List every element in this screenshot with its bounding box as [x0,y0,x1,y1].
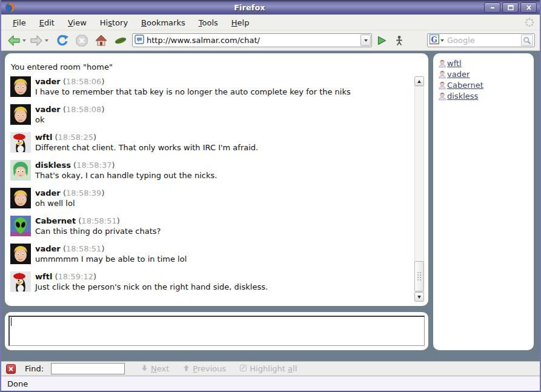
chat-input-panel [5,312,428,350]
user-list-item: Cabernet [438,81,529,90]
chat-message: vader (18:58:51) ummmmm I may be able to… [6,244,411,264]
buddy-icon [438,81,446,90]
status-text: Done [7,379,28,388]
chat-message-textarea[interactable] [8,316,425,346]
system-message: You entered room "home" [5,53,428,75]
user-list-item: wftl [438,59,529,68]
user-link-cabernet[interactable]: Cabernet [447,81,483,90]
find-close-button[interactable] [6,364,16,374]
avatar-vader [10,104,31,125]
find-next-button[interactable]: Next [141,364,169,374]
menu-view[interactable]: View [61,16,93,30]
go-button[interactable] [374,33,390,48]
avatar-wftl [10,132,31,153]
scrollbar-thumb[interactable] [414,261,424,291]
find-buttons: Next Previous Highlight all [125,364,297,374]
back-button[interactable] [6,33,22,48]
user-link-wftl[interactable]: wftl [447,59,462,68]
page-favicon-chat-bubble-icon [134,35,144,47]
scroll-up-button[interactable] [414,76,424,86]
menu-file[interactable]: File [6,16,33,30]
titlebar[interactable]: Firefox [1,0,540,15]
avatar-diskless [10,160,31,181]
chat-panel: You entered room "home" vader (18:58:06)… [5,53,428,306]
close-button[interactable] [520,2,537,13]
message-text: Can this thing do private chats? [35,227,161,236]
avatar-cabernet [10,216,31,236]
message-username: vader [35,188,61,198]
window-title: Firefox [15,3,484,12]
triangle-up-icon [417,80,421,83]
message-timestamp: 18:58:39 [66,188,101,198]
find-bar: Find: Next Previous Highlight all [1,361,540,376]
up-arrow-icon [182,364,190,374]
message-username: diskless [35,161,71,170]
find-input[interactable] [51,363,125,374]
chat-message: Cabernet (18:58:51) Can this thing do pr… [6,216,411,236]
url-history-dropdown[interactable] [360,35,371,46]
menu-items: FileEditViewHistoryBookmarksToolsHelp [6,16,256,28]
avatar-vader [10,244,31,264]
message-text: That's okay, I can handle typing out the… [35,171,217,180]
menu-bookmarks[interactable]: Bookmarks [134,16,192,30]
buddy-icon [438,91,446,101]
message-text: Different chat client. That only works w… [35,143,258,152]
search-magnifier-button[interactable] [521,35,533,46]
scrollbar-grip-icon [417,271,422,281]
menu-history[interactable]: History [93,16,134,30]
forward-button[interactable] [28,33,44,48]
find-highlight-all-button[interactable]: Highlight all [239,364,297,374]
message-timestamp: 18:58:06 [66,77,101,86]
reload-button[interactable] [55,33,70,48]
message-timestamp: 18:58:08 [66,105,101,114]
scroll-down-button[interactable] [414,292,424,302]
url-bar[interactable] [132,33,372,47]
url-input[interactable] [144,36,360,45]
menu-edit[interactable]: Edit [33,16,61,30]
menu-tools[interactable]: Tools [192,16,225,30]
search-input[interactable] [444,36,521,45]
throbber-icon [524,17,535,28]
chat-message: vader (18:58:08) ok [6,104,411,125]
message-timestamp: 18:58:51 [66,244,101,253]
chat-message: vader (18:58:39) oh well lol [6,188,411,208]
forward-dropdown-icon[interactable] [45,39,48,42]
user-link-diskless[interactable]: diskless [447,91,478,101]
home-button[interactable] [93,33,109,48]
text-caret [11,317,12,326]
user-list-panel: wftl vader Cabernet diskless [433,53,534,350]
google-engine-icon[interactable]: G [430,35,439,47]
maximize-button[interactable] [502,2,519,13]
message-username: vader [35,244,61,253]
message-timestamp: 18:58:51 [81,216,116,225]
chat-message: wftl (18:58:25) Different chat client. T… [6,132,411,153]
chat-message: diskless (18:58:37) That's okay, I can h… [6,160,411,181]
message-username: wftl [35,272,52,281]
down-arrow-icon [141,364,148,374]
user-list-item: vader [438,70,529,79]
firefox-logo-icon [5,2,15,13]
status-bar: Done [1,376,540,391]
message-username: vader [35,77,61,86]
menubar: FileEditViewHistoryBookmarksToolsHelp [1,15,540,30]
message-text: I have to remember that tab key is no lo… [35,87,351,96]
message-username: Cabernet [35,216,76,225]
chat-message: wftl (18:59:12) Just click the person's … [6,271,411,292]
leaf-bookmark-icon[interactable] [113,33,128,48]
menu-help[interactable]: Help [225,16,256,30]
back-dropdown-icon[interactable] [22,39,26,42]
navigation-toolbar: G [1,30,540,51]
search-box[interactable]: G [427,33,535,47]
extension-figure-icon[interactable] [393,33,406,48]
message-text: oh well lol [35,199,75,208]
message-timestamp: 18:58:37 [76,161,111,170]
browser-window: Firefox FileEditViewHistoryBookmarksTool… [0,0,541,392]
minimize-button[interactable] [484,2,500,13]
avatar-wftl [10,271,31,292]
message-username: wftl [35,133,52,142]
buddy-icon [438,70,446,79]
chat-scrollbar[interactable] [414,76,424,302]
user-link-vader[interactable]: vader [447,70,470,79]
stop-button[interactable] [74,33,90,48]
find-previous-button[interactable]: Previous [182,364,226,374]
